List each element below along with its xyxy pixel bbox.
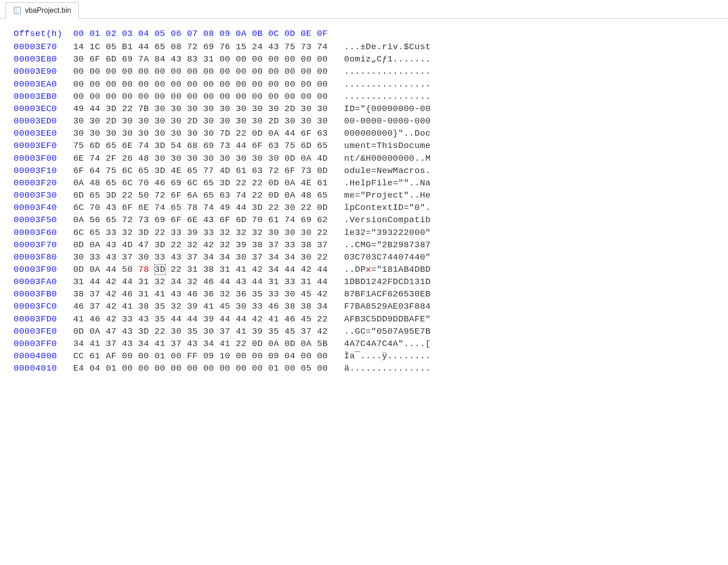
hex-byte[interactable]: 33 bbox=[284, 240, 295, 250]
offset[interactable]: 00003FE0 bbox=[14, 326, 57, 336]
hex-byte[interactable]: 00 bbox=[236, 66, 247, 76]
offset[interactable]: 00004010 bbox=[14, 363, 57, 373]
hex-byte[interactable]: 37 bbox=[301, 326, 312, 336]
hex-byte[interactable]: 00 bbox=[155, 363, 166, 373]
hex-byte[interactable]: 3D bbox=[155, 166, 166, 176]
hex-byte[interactable]: 48 bbox=[138, 153, 149, 163]
hex-byte[interactable]: 0D bbox=[73, 326, 84, 336]
hex-byte[interactable]: 43 bbox=[236, 277, 247, 287]
hex-byte[interactable]: 48 bbox=[90, 178, 101, 188]
hex-byte[interactable]: 3D bbox=[219, 178, 230, 188]
hex-byte[interactable]: 00 bbox=[171, 363, 182, 373]
hex-byte[interactable]: 00 bbox=[155, 66, 166, 76]
hex-byte[interactable]: 15 bbox=[236, 42, 247, 52]
hex-byte[interactable]: 30 bbox=[284, 116, 295, 126]
hex-byte[interactable]: 35 bbox=[252, 289, 263, 299]
hex-byte[interactable]: 6C bbox=[187, 178, 198, 188]
hex-byte[interactable]: 75 bbox=[73, 141, 84, 151]
hex-byte[interactable]: 00 bbox=[171, 351, 182, 361]
offset[interactable]: 00003EF0 bbox=[14, 141, 57, 151]
hex-byte[interactable]: 30 bbox=[301, 104, 312, 114]
hex-byte[interactable]: 00 bbox=[73, 66, 84, 76]
hex-byte[interactable]: 30 bbox=[284, 203, 295, 213]
hex-byte[interactable]: 44 bbox=[317, 265, 328, 275]
ascii-column[interactable]: 4A7C4A7C4A"....[ bbox=[344, 339, 430, 349]
hex-byte[interactable]: 2F bbox=[106, 153, 116, 163]
hex-byte[interactable]: 22 bbox=[155, 228, 166, 238]
hex-byte[interactable]: 0A bbox=[73, 215, 84, 225]
ascii-column[interactable]: me="Project"..He bbox=[344, 190, 430, 200]
hex-byte[interactable]: 74 bbox=[155, 203, 166, 213]
hex-byte[interactable]: 6A bbox=[187, 190, 198, 200]
hex-byte[interactable]: 34 bbox=[268, 252, 279, 262]
hex-byte[interactable]: 30 bbox=[171, 153, 182, 163]
hex-byte[interactable]: 78 bbox=[138, 265, 149, 275]
hex-byte[interactable]: 00 bbox=[236, 92, 247, 102]
offset[interactable]: 00003F10 bbox=[14, 166, 57, 176]
hex-byte[interactable]: 63 bbox=[268, 141, 279, 151]
hex-byte[interactable]: 01 bbox=[106, 363, 116, 373]
hex-byte[interactable]: 30 bbox=[219, 104, 230, 114]
hex-byte[interactable]: 6F bbox=[73, 166, 84, 176]
hex-byte[interactable]: 73 bbox=[301, 42, 312, 52]
hex-byte[interactable]: 30 bbox=[219, 116, 230, 126]
hex-byte[interactable]: 22 bbox=[122, 104, 133, 114]
hex-byte[interactable]: 65 bbox=[90, 190, 101, 200]
hex-byte[interactable]: 00 bbox=[219, 363, 230, 373]
hex-byte[interactable]: 73 bbox=[219, 141, 230, 151]
hex-byte[interactable]: 00 bbox=[252, 351, 263, 361]
hex-byte[interactable]: 69 bbox=[301, 215, 312, 225]
hex-byte[interactable]: 30 bbox=[106, 128, 116, 138]
hex-byte[interactable]: 09 bbox=[203, 351, 214, 361]
hex-byte[interactable]: 34 bbox=[317, 301, 328, 311]
hex-byte[interactable]: 22 bbox=[317, 314, 328, 324]
hex-byte[interactable]: 30 bbox=[138, 116, 149, 126]
hex-byte[interactable]: 44 bbox=[236, 203, 247, 213]
hex-byte[interactable]: 70 bbox=[138, 178, 149, 188]
hex-byte[interactable]: 37 bbox=[106, 339, 116, 349]
hex-byte[interactable]: 31 bbox=[219, 265, 230, 275]
hex-byte[interactable]: 30 bbox=[187, 128, 198, 138]
hex-byte[interactable]: 6E bbox=[187, 215, 198, 225]
hex-byte[interactable]: 2D bbox=[284, 104, 295, 114]
offset[interactable]: 00003EA0 bbox=[14, 79, 57, 89]
ascii-column[interactable]: ument=ThisDocume bbox=[344, 141, 430, 151]
hex-byte[interactable]: 34 bbox=[203, 339, 214, 349]
hex-byte[interactable]: 2D bbox=[268, 116, 279, 126]
hex-byte[interactable]: 00 bbox=[301, 351, 312, 361]
hex-byte[interactable]: 46 bbox=[187, 289, 198, 299]
hex-byte[interactable]: 00 bbox=[73, 79, 84, 89]
hex-byte[interactable]: 22 bbox=[268, 203, 279, 213]
hex-byte[interactable]: 37 bbox=[90, 289, 101, 299]
hex-byte[interactable]: 3D bbox=[138, 228, 149, 238]
hex-byte[interactable]: 30 bbox=[187, 153, 198, 163]
hex-byte[interactable]: FF bbox=[187, 351, 198, 361]
hex-byte[interactable]: 41 bbox=[155, 339, 166, 349]
hex-byte[interactable]: 64 bbox=[90, 166, 101, 176]
hex-byte[interactable]: 00 bbox=[138, 92, 149, 102]
hex-byte[interactable]: 6F bbox=[284, 166, 295, 176]
hex-byte[interactable]: 04 bbox=[90, 363, 101, 373]
hex-byte[interactable]: 00 bbox=[301, 54, 312, 64]
hex-byte[interactable]: 32 bbox=[122, 228, 133, 238]
hex-byte[interactable]: 0A bbox=[284, 190, 295, 200]
hex-byte[interactable]: 30 bbox=[138, 252, 149, 262]
hex-byte[interactable]: 4D bbox=[219, 166, 230, 176]
hex-byte[interactable]: 0D bbox=[268, 178, 279, 188]
hex-byte[interactable]: 0D bbox=[252, 128, 263, 138]
hex-byte[interactable]: 31 bbox=[203, 54, 214, 64]
hex-byte[interactable]: 75 bbox=[284, 141, 295, 151]
hex-byte[interactable]: 45 bbox=[301, 314, 312, 324]
hex-byte[interactable]: 00 bbox=[187, 363, 198, 373]
hex-byte[interactable]: 33 bbox=[268, 289, 279, 299]
hex-byte[interactable]: 30 bbox=[171, 104, 182, 114]
hex-byte[interactable]: 2D bbox=[106, 116, 116, 126]
hex-byte[interactable]: 3D bbox=[106, 104, 116, 114]
hex-byte[interactable]: 22 bbox=[236, 339, 247, 349]
hex-byte[interactable]: 00 bbox=[268, 54, 279, 64]
hex-byte[interactable]: 6D bbox=[90, 141, 101, 151]
hex-byte[interactable]: 30 bbox=[203, 128, 214, 138]
hex-byte[interactable]: 34 bbox=[73, 339, 84, 349]
hex-byte[interactable]: 00 bbox=[317, 92, 328, 102]
hex-byte[interactable]: 30 bbox=[73, 116, 84, 126]
